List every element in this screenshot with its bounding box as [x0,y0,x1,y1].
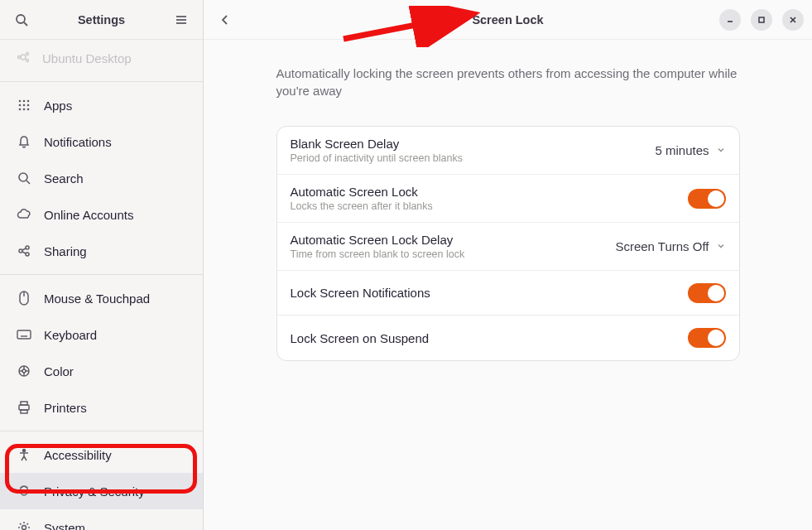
svg-point-13 [23,104,26,107]
hand-icon [17,484,31,499]
row-subtitle: Time from screen blank to screen lock [291,248,616,260]
sidebar-item-label: Apps [44,99,72,113]
mouse-icon [17,291,31,306]
row-title: Lock Screen Notifications [291,286,688,300]
svg-point-15 [19,108,22,111]
row-subtitle: Locks the screen after it blanks [291,200,688,212]
svg-point-14 [27,104,30,107]
sidebar-item-notifications[interactable]: Notifications [0,123,203,160]
minimize-icon [726,16,734,24]
primary-menu-button[interactable] [168,7,195,33]
share-icon [17,243,31,258]
svg-point-42 [23,450,26,452]
row-subtitle: Period of inactivity until screen blanks [291,152,656,164]
svg-point-18 [19,173,27,181]
sidebar-item-label: Ubuntu Desktop [42,51,132,65]
row-title: Blank Screen Delay [291,137,656,151]
toggle-automatic-screen-lock[interactable] [688,189,726,209]
svg-line-46 [24,456,26,460]
svg-line-23 [22,248,26,250]
row-lock-screen-on-suspend: Lock Screen on Suspend [277,316,739,360]
grid-icon [17,98,31,113]
sidebar-item-printers[interactable]: Printers [0,389,203,426]
sidebar-divider [0,81,203,82]
row-automatic-screen-lock-delay[interactable]: Automatic Screen Lock Delay Time from sc… [277,223,739,271]
window-controls [719,9,804,31]
svg-line-19 [26,181,30,184]
row-title: Automatic Screen Lock [291,185,688,199]
sidebar-item-keyboard[interactable]: Keyboard [0,316,203,353]
row-value: 5 minutes [655,143,709,157]
row-automatic-screen-lock: Automatic Screen Lock Locks the screen a… [277,175,739,223]
content-header: Screen Lock [204,0,812,40]
maximize-button[interactable] [751,9,772,31]
svg-point-6 [26,52,29,55]
sidebar-item-label: Sharing [44,244,87,258]
svg-point-9 [19,100,22,103]
svg-point-16 [23,108,26,111]
svg-rect-41 [21,410,27,413]
bell-icon [17,134,31,149]
toggle-lock-screen-notifications[interactable] [688,283,726,303]
svg-line-45 [22,456,24,460]
sidebar-item-apps[interactable]: Apps [0,87,203,123]
search-icon [17,171,31,186]
svg-rect-40 [19,405,29,410]
toggle-lock-screen-on-suspend[interactable] [688,328,726,348]
row-title: Lock Screen on Suspend [291,331,688,345]
sidebar-item-label: Color [44,364,74,378]
svg-point-47 [22,526,26,530]
svg-point-21 [26,246,29,249]
sidebar-item-system[interactable]: System [0,509,203,530]
sidebar-item-label: Keyboard [44,328,97,342]
svg-point-20 [19,249,22,253]
sidebar-header: Settings [0,0,203,40]
search-button[interactable] [8,7,35,33]
gear-icon [17,520,31,530]
svg-line-1 [24,22,27,26]
content-pane: Screen Lock Automatically locking the sc… [204,0,812,530]
sidebar-item-label: Search [44,171,84,186]
sidebar-item-privacy-security[interactable]: Privacy & Security [0,473,203,509]
sidebar-divider [0,274,203,275]
svg-point-34 [22,369,26,373]
cloud-icon [17,207,31,222]
sidebar-item-color[interactable]: Color [0,353,203,389]
search-icon [15,13,28,26]
content-body[interactable]: Automatically locking the screen prevent… [204,40,812,530]
close-button[interactable] [782,9,804,31]
sidebar-item-label: Online Accounts [44,208,133,222]
row-blank-screen-delay[interactable]: Blank Screen Delay Period of inactivity … [277,127,739,175]
sidebar-item-label: Accessibility [44,448,112,462]
sidebar-item-label: System [44,521,85,531]
desktop-icon [17,51,30,66]
row-title: Automatic Screen Lock Delay [291,233,616,247]
svg-point-12 [19,104,22,107]
sidebar-list[interactable]: Ubuntu Desktop Apps Notifications Search… [0,40,203,530]
minimize-button[interactable] [719,9,741,31]
hamburger-icon [175,13,188,26]
keyboard-icon [17,327,31,342]
sidebar-item-sharing[interactable]: Sharing [0,233,203,269]
svg-point-22 [26,253,29,256]
sidebar-item-label: Notifications [44,135,112,149]
sidebar-item-ubuntu-desktop[interactable]: Ubuntu Desktop [0,40,203,76]
svg-point-0 [17,15,25,23]
svg-point-11 [27,100,30,103]
svg-point-17 [27,108,30,111]
svg-point-8 [18,55,21,58]
sidebar-item-label: Mouse & Touchpad [44,292,150,306]
back-button[interactable] [212,7,238,33]
row-value: Screen Turns Off [615,239,709,253]
page-description: Automatically locking the screen prevent… [276,65,740,99]
svg-point-5 [21,55,26,60]
sidebar-item-online-accounts[interactable]: Online Accounts [0,196,203,233]
chevron-down-icon [716,239,726,254]
sidebar-item-search[interactable]: Search [0,160,203,196]
colorwheel-icon [17,364,31,378]
svg-point-10 [23,100,26,103]
sidebar: Settings Ubuntu Desktop Apps Notificatio… [0,0,204,530]
sidebar-item-label: Printers [44,401,87,415]
sidebar-item-accessibility[interactable]: Accessibility [0,436,203,473]
sidebar-item-mouse-touchpad[interactable]: Mouse & Touchpad [0,280,203,316]
